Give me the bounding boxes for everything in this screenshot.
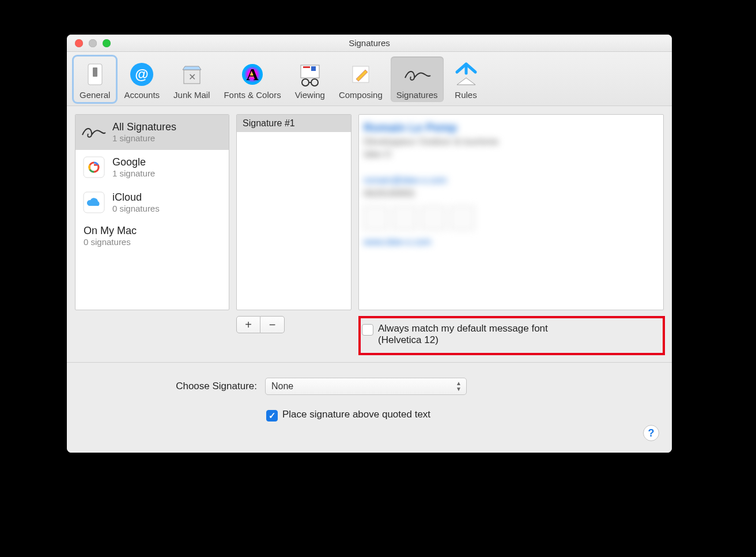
tab-rules[interactable]: Rules	[446, 57, 486, 102]
svg-point-12	[311, 79, 318, 86]
svg-point-11	[302, 79, 309, 86]
signature-glyph-icon	[81, 119, 107, 145]
tab-composing[interactable]: Composing	[333, 57, 388, 102]
match-font-label: Always match my default message font	[378, 323, 548, 334]
composing-icon	[346, 60, 375, 89]
bottom-panel: Choose Signature: None ▲▼ Place signatur…	[67, 362, 672, 453]
tab-accounts[interactable]: @ Accounts	[118, 57, 165, 102]
svg-rect-9	[303, 66, 310, 68]
signatures-list: Signature #1	[236, 114, 351, 310]
svg-rect-1	[93, 67, 97, 77]
window-title: Signatures	[67, 38, 672, 48]
accounts-icon: @	[127, 60, 156, 89]
titlebar: Signatures	[67, 35, 672, 52]
svg-text:✕: ✕	[188, 72, 195, 82]
tab-viewing[interactable]: Viewing	[289, 57, 331, 102]
svg-rect-16	[84, 157, 104, 178]
remove-signature-button[interactable]: −	[260, 316, 285, 333]
match-font-sublabel: (Helvetica 12)	[378, 334, 548, 346]
preferences-window: Signatures General @ Accounts ✕ Junk Mai…	[67, 35, 672, 453]
choose-signature-select[interactable]: None ▲▼	[265, 378, 467, 395]
account-on-my-mac[interactable]: On My Mac 0 signatures	[75, 220, 229, 252]
google-icon	[81, 155, 107, 180]
general-icon	[81, 60, 109, 89]
icloud-icon	[81, 190, 107, 215]
place-above-checkbox[interactable]	[266, 410, 278, 421]
signature-preview-content: Romain Le Pemp Développeur Outdoor & tou…	[364, 119, 659, 305]
help-button[interactable]: ?	[643, 425, 659, 441]
tab-general[interactable]: General	[74, 57, 116, 102]
fonts-icon: A	[238, 60, 267, 89]
signature-item[interactable]: Signature #1	[237, 115, 351, 132]
signatures-icon	[403, 60, 432, 89]
account-google[interactable]: Google 1 signature	[75, 150, 229, 185]
signature-preview[interactable]: Romain Le Pemp Développeur Outdoor & tou…	[358, 114, 664, 310]
svg-text:A: A	[246, 65, 259, 84]
viewing-icon	[296, 60, 324, 89]
close-window-button[interactable]	[75, 39, 83, 47]
svg-text:@: @	[135, 66, 149, 82]
match-font-checkbox[interactable]	[362, 324, 373, 336]
place-above-label: Place signature above quoted text	[282, 409, 430, 420]
tab-fonts-colors[interactable]: A Fonts & Colors	[218, 57, 286, 102]
zoom-window-button[interactable]	[103, 39, 111, 47]
match-font-checkbox-row[interactable]: Always match my default message font (He…	[361, 321, 666, 348]
tab-junk-mail[interactable]: ✕ Junk Mail	[168, 57, 216, 102]
preferences-toolbar: General @ Accounts ✕ Junk Mail A Fonts &…	[67, 52, 672, 106]
accounts-list: All Signatures 1 signature Google 1 sign…	[75, 114, 229, 310]
tab-signatures[interactable]: Signatures	[391, 57, 444, 102]
account-icloud[interactable]: iCloud 0 signatures	[75, 185, 229, 220]
svg-rect-10	[311, 66, 316, 71]
junk-icon: ✕	[177, 60, 206, 89]
add-signature-button[interactable]: +	[236, 316, 260, 333]
rules-icon	[452, 60, 481, 89]
account-all-signatures[interactable]: All Signatures 1 signature	[75, 115, 229, 150]
place-above-checkbox-row[interactable]: Place signature above quoted text	[265, 407, 432, 424]
minimize-window-button[interactable]	[89, 39, 97, 47]
chevron-up-down-icon: ▲▼	[456, 381, 462, 392]
choose-signature-label: Choose Signature:	[153, 381, 257, 392]
